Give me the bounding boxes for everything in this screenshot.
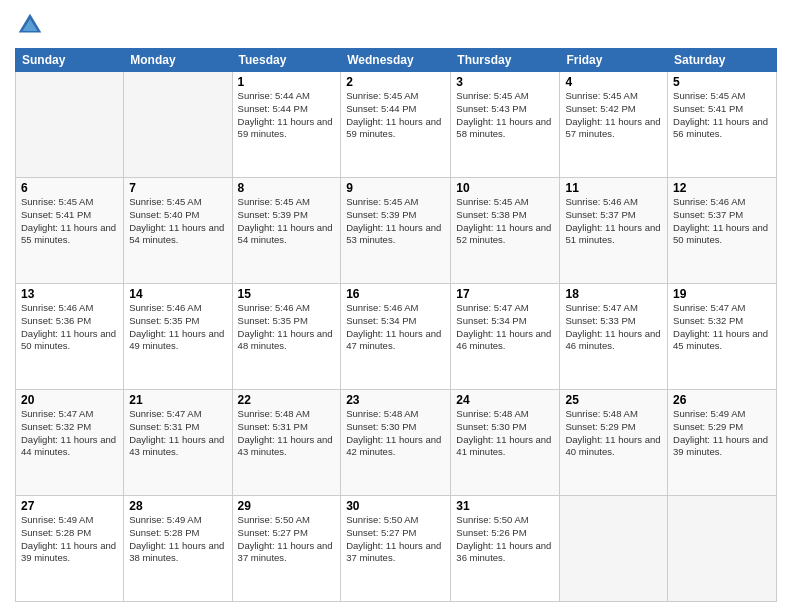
- day-info: Sunrise: 5:45 AMSunset: 5:44 PMDaylight:…: [346, 90, 445, 141]
- day-number: 20: [21, 393, 118, 407]
- day-number: 10: [456, 181, 554, 195]
- day-info: Sunrise: 5:48 AMSunset: 5:30 PMDaylight:…: [456, 408, 554, 459]
- week-row-2: 6 Sunrise: 5:45 AMSunset: 5:41 PMDayligh…: [16, 178, 777, 284]
- day-number: 17: [456, 287, 554, 301]
- day-header-saturday: Saturday: [668, 49, 777, 72]
- calendar-cell: 9 Sunrise: 5:45 AMSunset: 5:39 PMDayligh…: [341, 178, 451, 284]
- logo-icon: [15, 10, 45, 40]
- calendar-cell: 12 Sunrise: 5:46 AMSunset: 5:37 PMDaylig…: [668, 178, 777, 284]
- day-number: 4: [565, 75, 662, 89]
- day-info: Sunrise: 5:49 AMSunset: 5:28 PMDaylight:…: [129, 514, 226, 565]
- day-info: Sunrise: 5:50 AMSunset: 5:26 PMDaylight:…: [456, 514, 554, 565]
- day-info: Sunrise: 5:47 AMSunset: 5:32 PMDaylight:…: [673, 302, 771, 353]
- day-info: Sunrise: 5:48 AMSunset: 5:31 PMDaylight:…: [238, 408, 336, 459]
- day-info: Sunrise: 5:45 AMSunset: 5:40 PMDaylight:…: [129, 196, 226, 247]
- day-info: Sunrise: 5:45 AMSunset: 5:38 PMDaylight:…: [456, 196, 554, 247]
- day-number: 26: [673, 393, 771, 407]
- day-info: Sunrise: 5:45 AMSunset: 5:41 PMDaylight:…: [21, 196, 118, 247]
- calendar-cell: 11 Sunrise: 5:46 AMSunset: 5:37 PMDaylig…: [560, 178, 668, 284]
- day-info: Sunrise: 5:48 AMSunset: 5:30 PMDaylight:…: [346, 408, 445, 459]
- header-row: SundayMondayTuesdayWednesdayThursdayFrid…: [16, 49, 777, 72]
- calendar-cell: 17 Sunrise: 5:47 AMSunset: 5:34 PMDaylig…: [451, 284, 560, 390]
- calendar-cell: 2 Sunrise: 5:45 AMSunset: 5:44 PMDayligh…: [341, 72, 451, 178]
- calendar-cell: [668, 496, 777, 602]
- week-row-5: 27 Sunrise: 5:49 AMSunset: 5:28 PMDaylig…: [16, 496, 777, 602]
- week-row-3: 13 Sunrise: 5:46 AMSunset: 5:36 PMDaylig…: [16, 284, 777, 390]
- calendar-cell: 29 Sunrise: 5:50 AMSunset: 5:27 PMDaylig…: [232, 496, 341, 602]
- calendar-cell: 8 Sunrise: 5:45 AMSunset: 5:39 PMDayligh…: [232, 178, 341, 284]
- calendar-cell: 19 Sunrise: 5:47 AMSunset: 5:32 PMDaylig…: [668, 284, 777, 390]
- calendar-cell: [124, 72, 232, 178]
- calendar-table: SundayMondayTuesdayWednesdayThursdayFrid…: [15, 48, 777, 602]
- day-number: 21: [129, 393, 226, 407]
- day-info: Sunrise: 5:47 AMSunset: 5:34 PMDaylight:…: [456, 302, 554, 353]
- header: [15, 10, 777, 40]
- day-number: 19: [673, 287, 771, 301]
- calendar-cell: 10 Sunrise: 5:45 AMSunset: 5:38 PMDaylig…: [451, 178, 560, 284]
- calendar-cell: 4 Sunrise: 5:45 AMSunset: 5:42 PMDayligh…: [560, 72, 668, 178]
- day-info: Sunrise: 5:49 AMSunset: 5:28 PMDaylight:…: [21, 514, 118, 565]
- day-info: Sunrise: 5:44 AMSunset: 5:44 PMDaylight:…: [238, 90, 336, 141]
- calendar-cell: 24 Sunrise: 5:48 AMSunset: 5:30 PMDaylig…: [451, 390, 560, 496]
- calendar-cell: 22 Sunrise: 5:48 AMSunset: 5:31 PMDaylig…: [232, 390, 341, 496]
- day-number: 16: [346, 287, 445, 301]
- day-header-friday: Friday: [560, 49, 668, 72]
- calendar-cell: 26 Sunrise: 5:49 AMSunset: 5:29 PMDaylig…: [668, 390, 777, 496]
- calendar-cell: 27 Sunrise: 5:49 AMSunset: 5:28 PMDaylig…: [16, 496, 124, 602]
- day-number: 25: [565, 393, 662, 407]
- day-info: Sunrise: 5:50 AMSunset: 5:27 PMDaylight:…: [346, 514, 445, 565]
- calendar-cell: 16 Sunrise: 5:46 AMSunset: 5:34 PMDaylig…: [341, 284, 451, 390]
- day-info: Sunrise: 5:45 AMSunset: 5:42 PMDaylight:…: [565, 90, 662, 141]
- day-number: 3: [456, 75, 554, 89]
- day-info: Sunrise: 5:46 AMSunset: 5:35 PMDaylight:…: [238, 302, 336, 353]
- calendar-cell: 15 Sunrise: 5:46 AMSunset: 5:35 PMDaylig…: [232, 284, 341, 390]
- calendar-cell: [16, 72, 124, 178]
- calendar-cell: 30 Sunrise: 5:50 AMSunset: 5:27 PMDaylig…: [341, 496, 451, 602]
- day-number: 1: [238, 75, 336, 89]
- day-number: 22: [238, 393, 336, 407]
- day-header-sunday: Sunday: [16, 49, 124, 72]
- day-number: 29: [238, 499, 336, 513]
- logo: [15, 10, 49, 40]
- page-container: SundayMondayTuesdayWednesdayThursdayFrid…: [0, 0, 792, 612]
- day-info: Sunrise: 5:46 AMSunset: 5:37 PMDaylight:…: [673, 196, 771, 247]
- day-header-tuesday: Tuesday: [232, 49, 341, 72]
- calendar-cell: [560, 496, 668, 602]
- calendar-cell: 13 Sunrise: 5:46 AMSunset: 5:36 PMDaylig…: [16, 284, 124, 390]
- day-header-wednesday: Wednesday: [341, 49, 451, 72]
- day-info: Sunrise: 5:48 AMSunset: 5:29 PMDaylight:…: [565, 408, 662, 459]
- day-number: 28: [129, 499, 226, 513]
- calendar-cell: 21 Sunrise: 5:47 AMSunset: 5:31 PMDaylig…: [124, 390, 232, 496]
- day-number: 13: [21, 287, 118, 301]
- calendar-cell: 25 Sunrise: 5:48 AMSunset: 5:29 PMDaylig…: [560, 390, 668, 496]
- day-number: 24: [456, 393, 554, 407]
- day-number: 5: [673, 75, 771, 89]
- day-number: 7: [129, 181, 226, 195]
- week-row-1: 1 Sunrise: 5:44 AMSunset: 5:44 PMDayligh…: [16, 72, 777, 178]
- calendar-cell: 14 Sunrise: 5:46 AMSunset: 5:35 PMDaylig…: [124, 284, 232, 390]
- day-info: Sunrise: 5:45 AMSunset: 5:39 PMDaylight:…: [346, 196, 445, 247]
- day-number: 14: [129, 287, 226, 301]
- day-header-thursday: Thursday: [451, 49, 560, 72]
- day-number: 12: [673, 181, 771, 195]
- day-number: 2: [346, 75, 445, 89]
- calendar-cell: 3 Sunrise: 5:45 AMSunset: 5:43 PMDayligh…: [451, 72, 560, 178]
- day-header-monday: Monday: [124, 49, 232, 72]
- day-number: 15: [238, 287, 336, 301]
- day-number: 9: [346, 181, 445, 195]
- calendar-cell: 31 Sunrise: 5:50 AMSunset: 5:26 PMDaylig…: [451, 496, 560, 602]
- day-number: 27: [21, 499, 118, 513]
- day-info: Sunrise: 5:46 AMSunset: 5:35 PMDaylight:…: [129, 302, 226, 353]
- calendar-cell: 7 Sunrise: 5:45 AMSunset: 5:40 PMDayligh…: [124, 178, 232, 284]
- day-number: 8: [238, 181, 336, 195]
- day-number: 11: [565, 181, 662, 195]
- day-info: Sunrise: 5:46 AMSunset: 5:34 PMDaylight:…: [346, 302, 445, 353]
- day-info: Sunrise: 5:45 AMSunset: 5:41 PMDaylight:…: [673, 90, 771, 141]
- day-info: Sunrise: 5:46 AMSunset: 5:37 PMDaylight:…: [565, 196, 662, 247]
- day-info: Sunrise: 5:46 AMSunset: 5:36 PMDaylight:…: [21, 302, 118, 353]
- day-number: 30: [346, 499, 445, 513]
- calendar-cell: 18 Sunrise: 5:47 AMSunset: 5:33 PMDaylig…: [560, 284, 668, 390]
- calendar-cell: 23 Sunrise: 5:48 AMSunset: 5:30 PMDaylig…: [341, 390, 451, 496]
- calendar-cell: 1 Sunrise: 5:44 AMSunset: 5:44 PMDayligh…: [232, 72, 341, 178]
- day-info: Sunrise: 5:50 AMSunset: 5:27 PMDaylight:…: [238, 514, 336, 565]
